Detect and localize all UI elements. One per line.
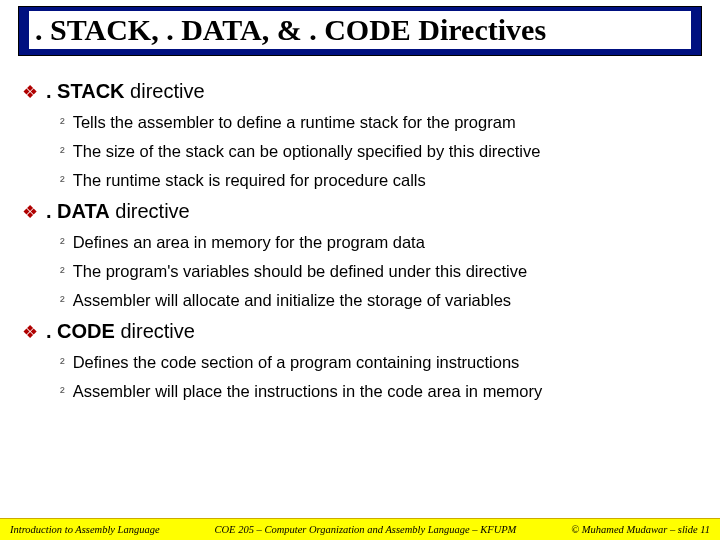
slide-footer: Introduction to Assembly Language COE 20… bbox=[0, 518, 720, 540]
heading-strong: . DATA bbox=[46, 200, 110, 222]
list-text: Assembler will place the instructions in… bbox=[73, 382, 543, 401]
sub-bullet-icon: ² bbox=[60, 144, 65, 160]
heading-strong: . CODE bbox=[46, 320, 115, 342]
section-heading: ❖ . STACK directive bbox=[22, 80, 698, 103]
list-item: ²Defines the code section of a program c… bbox=[60, 353, 698, 372]
list-text: Assembler will allocate and initialize t… bbox=[73, 291, 511, 310]
footer-left: Introduction to Assembly Language bbox=[10, 524, 160, 535]
slide-title-inner: . STACK, . DATA, & . CODE Directives bbox=[29, 11, 691, 49]
sub-bullet-icon: ² bbox=[60, 115, 65, 131]
sub-bullet-icon: ² bbox=[60, 235, 65, 251]
sub-bullet-icon: ² bbox=[60, 293, 65, 309]
list-item: ²Assembler will place the instructions i… bbox=[60, 382, 698, 401]
sub-bullet-icon: ² bbox=[60, 264, 65, 280]
slide-title: . STACK, . DATA, & . CODE Directives bbox=[35, 13, 546, 46]
sub-bullet-icon: ² bbox=[60, 384, 65, 400]
diamond-bullet-icon: ❖ bbox=[22, 203, 38, 221]
list-text: The size of the stack can be optionally … bbox=[73, 142, 541, 161]
slide-content: ❖ . STACK directive ²Tells the assembler… bbox=[22, 70, 698, 401]
footer-right: © Muhamed Mudawar – slide 11 bbox=[571, 524, 710, 535]
list-item: ²The program's variables should be defin… bbox=[60, 262, 698, 281]
list-item: ²Tells the assembler to define a runtime… bbox=[60, 113, 698, 132]
slide-title-box: . STACK, . DATA, & . CODE Directives bbox=[18, 6, 702, 56]
list-text: Defines the code section of a program co… bbox=[73, 353, 520, 372]
heading-rest: directive bbox=[115, 320, 195, 342]
diamond-bullet-icon: ❖ bbox=[22, 83, 38, 101]
list-item: ²Defines an area in memory for the progr… bbox=[60, 233, 698, 252]
sub-bullet-icon: ² bbox=[60, 173, 65, 189]
list-item: ²The size of the stack can be optionally… bbox=[60, 142, 698, 161]
heading-rest: directive bbox=[125, 80, 205, 102]
section-heading: ❖ . DATA directive bbox=[22, 200, 698, 223]
section-heading: ❖ . CODE directive bbox=[22, 320, 698, 343]
footer-center: COE 205 – Computer Organization and Asse… bbox=[160, 524, 572, 535]
list-text: The runtime stack is required for proced… bbox=[73, 171, 426, 190]
list-text: Defines an area in memory for the progra… bbox=[73, 233, 425, 252]
sub-bullet-icon: ² bbox=[60, 355, 65, 371]
heading-rest: directive bbox=[110, 200, 190, 222]
list-item: ²Assembler will allocate and initialize … bbox=[60, 291, 698, 310]
diamond-bullet-icon: ❖ bbox=[22, 323, 38, 341]
list-text: Tells the assembler to define a runtime … bbox=[73, 113, 516, 132]
heading-strong: . STACK bbox=[46, 80, 125, 102]
list-item: ²The runtime stack is required for proce… bbox=[60, 171, 698, 190]
list-text: The program's variables should be define… bbox=[73, 262, 527, 281]
